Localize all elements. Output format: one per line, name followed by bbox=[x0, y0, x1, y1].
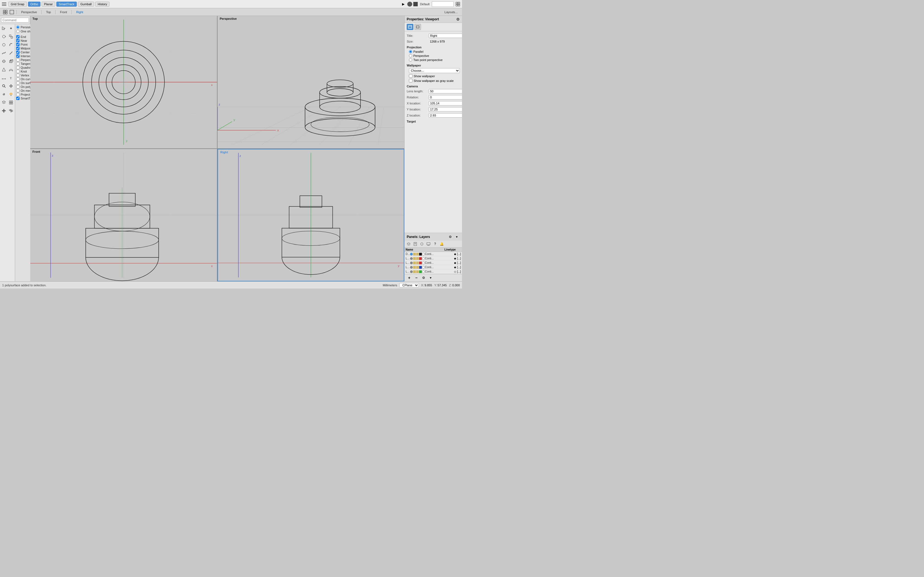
prop-xloc-input[interactable] bbox=[429, 101, 462, 105]
tab-top[interactable]: Top bbox=[43, 10, 53, 15]
default-select[interactable] bbox=[432, 2, 454, 7]
scale-tool[interactable] bbox=[8, 33, 15, 40]
main-area: T Persistent One shot bbox=[0, 16, 462, 281]
stop-button[interactable] bbox=[414, 2, 418, 6]
prop-rotation-input[interactable] bbox=[429, 95, 462, 100]
circle-tool[interactable] bbox=[0, 41, 7, 48]
camera-title: Camera bbox=[407, 85, 460, 88]
layers-monitor-icon[interactable] bbox=[425, 241, 431, 247]
dimension-tool[interactable] bbox=[0, 74, 7, 82]
layouts-button[interactable]: Layouts... bbox=[442, 10, 460, 14]
mesh-tool[interactable] bbox=[0, 66, 7, 73]
layer-circle-icon bbox=[422, 270, 425, 273]
gumball-button[interactable]: Gumball bbox=[78, 2, 94, 6]
render-tool[interactable] bbox=[0, 90, 7, 98]
prop-title-input[interactable] bbox=[429, 34, 462, 38]
tab-single-icon[interactable] bbox=[9, 9, 15, 15]
tab-front[interactable]: Front bbox=[57, 10, 70, 15]
viewport-perspective[interactable]: Perspective x bbox=[218, 16, 404, 148]
rotate-tool[interactable] bbox=[0, 33, 7, 40]
panels-header: Panels: Layers ⚙ ▾ bbox=[404, 233, 462, 241]
surface-tool[interactable] bbox=[8, 66, 15, 73]
layer-row[interactable]: L... Conti... ◆ [...] bbox=[404, 265, 462, 269]
cplane-select[interactable]: CPlane bbox=[399, 283, 419, 287]
curve-tool[interactable] bbox=[0, 49, 7, 57]
layers-bell-icon[interactable]: 🔔 bbox=[439, 241, 445, 247]
pan-tool[interactable] bbox=[8, 82, 15, 90]
svg-rect-3 bbox=[456, 2, 457, 4]
proj-perspective[interactable]: Perspective bbox=[409, 54, 460, 57]
layers-chevron-down-icon[interactable]: ▾ bbox=[428, 275, 434, 280]
move-tool[interactable] bbox=[0, 107, 7, 114]
show-gray-check[interactable]: Show wallpaper as gray scale bbox=[409, 79, 460, 82]
grid-snap-button[interactable]: Grid Snap bbox=[8, 2, 27, 6]
layer-linetype: Conti... bbox=[425, 253, 454, 256]
viewport-perspective-canvas: x y z bbox=[218, 16, 404, 148]
prop-lens-input[interactable] bbox=[429, 89, 462, 93]
layers-icon[interactable] bbox=[405, 241, 412, 247]
menu-icon[interactable] bbox=[1, 1, 7, 7]
layer-dot-icon bbox=[410, 253, 413, 256]
text-tool[interactable]: T bbox=[8, 74, 15, 82]
remove-layer-button[interactable]: − bbox=[414, 275, 419, 280]
point-tool[interactable] bbox=[8, 24, 15, 32]
wallpaper-select[interactable]: Choose... bbox=[409, 68, 460, 73]
proj-two-point[interactable]: Two point perspective bbox=[409, 58, 460, 61]
record-button[interactable] bbox=[407, 2, 412, 6]
show-wallpaper-check[interactable]: Show wallpaper bbox=[409, 74, 460, 78]
expand-icon[interactable] bbox=[455, 1, 461, 7]
select-tool[interactable] bbox=[0, 24, 7, 32]
layer-row[interactable]: L... Conti... ◆ [...] bbox=[404, 261, 462, 265]
svg-rect-70 bbox=[218, 19, 404, 145]
panels-chevron-icon[interactable]: ▾ bbox=[454, 234, 460, 240]
tab-perspective[interactable]: Perspective bbox=[18, 10, 40, 15]
prop-title-row: Title: bbox=[407, 34, 460, 38]
layer-swatch2-icon bbox=[416, 253, 419, 256]
prop-zloc-input[interactable] bbox=[429, 113, 462, 118]
layer-row[interactable]: L... Conti... ◇ [...] bbox=[404, 269, 462, 274]
layers-question-icon[interactable]: ? bbox=[432, 241, 438, 247]
prop-yloc-input[interactable] bbox=[429, 107, 462, 111]
command-input[interactable] bbox=[1, 18, 29, 23]
box-tool[interactable] bbox=[8, 57, 15, 65]
viewport-right[interactable]: Right y z bbox=[218, 149, 404, 281]
layer-icons bbox=[410, 261, 425, 264]
panels-settings-icon[interactable]: ⚙ bbox=[447, 234, 453, 240]
props-gear-icon[interactable]: ⚙ bbox=[456, 17, 460, 21]
zoom-tool[interactable] bbox=[0, 82, 7, 90]
sphere-tool[interactable] bbox=[0, 57, 7, 65]
layer-swatch2-icon bbox=[416, 270, 419, 273]
planar-button[interactable]: Planar bbox=[42, 2, 55, 6]
prop-size-label: Size: bbox=[407, 40, 429, 43]
viewport-top[interactable]: Top bbox=[30, 16, 217, 148]
arc-tool[interactable] bbox=[8, 41, 15, 48]
smarttrack-button[interactable]: SmartTrack bbox=[57, 2, 77, 6]
light-tool[interactable] bbox=[8, 90, 15, 98]
prop-size-value: 1268 x 979 bbox=[429, 40, 460, 44]
layer-row[interactable]: L... Conti... ◆ [...] bbox=[404, 256, 462, 261]
viewport-front[interactable]: Front x z bbox=[30, 149, 217, 281]
group-tool[interactable] bbox=[8, 98, 15, 106]
play-icon[interactable]: ▶ bbox=[400, 1, 406, 7]
proj-parallel[interactable]: Parallel bbox=[409, 50, 460, 53]
ortho-button[interactable]: Ortho bbox=[28, 2, 41, 6]
layers-cube-icon[interactable] bbox=[419, 241, 425, 247]
props-object-icon[interactable] bbox=[414, 24, 421, 30]
tab-grid-icon[interactable] bbox=[2, 9, 8, 15]
layers-settings-button[interactable]: ⚙ bbox=[420, 275, 426, 280]
layer-circle-icon bbox=[422, 253, 425, 256]
tab-right[interactable]: Right bbox=[73, 10, 86, 15]
right-panel: Properties: Viewport ⚙ Title: Size: 1268… bbox=[404, 16, 462, 281]
layer-row[interactable]: D... Conti... ◆ [...] bbox=[404, 252, 462, 256]
align-tool[interactable] bbox=[8, 107, 15, 114]
layer-tool[interactable] bbox=[0, 98, 7, 106]
layer-swatch2-icon bbox=[416, 266, 419, 269]
props-viewport-icon[interactable] bbox=[407, 24, 414, 30]
layers-doc-icon[interactable] bbox=[412, 241, 418, 247]
tools-panel: T bbox=[0, 24, 15, 281]
history-button[interactable]: History bbox=[95, 2, 110, 6]
viewport-top-canvas: x y bbox=[30, 16, 217, 148]
layer-icons bbox=[410, 257, 425, 260]
line-tool[interactable] bbox=[8, 49, 15, 57]
add-layer-button[interactable]: + bbox=[406, 275, 412, 280]
